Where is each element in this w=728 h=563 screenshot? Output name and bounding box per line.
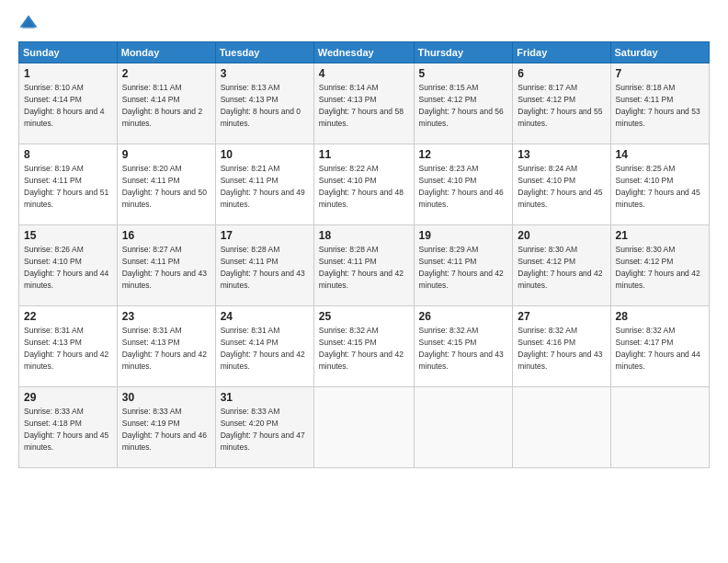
day-info: Sunrise: 8:31 AMSunset: 4:14 PMDaylight:… — [221, 326, 305, 371]
day-info: Sunrise: 8:31 AMSunset: 4:13 PMDaylight:… — [122, 326, 207, 371]
day-cell: 23Sunrise: 8:31 AMSunset: 4:13 PMDayligh… — [117, 306, 215, 387]
weekday-tuesday: Tuesday — [215, 42, 313, 63]
day-info: Sunrise: 8:32 AMSunset: 4:15 PMDaylight:… — [319, 326, 404, 371]
day-number: 4 — [319, 67, 409, 80]
header — [18, 14, 710, 34]
day-info: Sunrise: 8:14 AMSunset: 4:13 PMDaylight:… — [319, 83, 404, 128]
day-info: Sunrise: 8:15 AMSunset: 4:12 PMDaylight:… — [419, 83, 504, 128]
day-cell: 24Sunrise: 8:31 AMSunset: 4:14 PMDayligh… — [215, 306, 313, 387]
day-cell: 31Sunrise: 8:33 AMSunset: 4:20 PMDayligh… — [215, 387, 313, 468]
day-cell: 10Sunrise: 8:21 AMSunset: 4:11 PMDayligh… — [215, 144, 313, 225]
weekday-header-row: SundayMondayTuesdayWednesdayThursdayFrid… — [19, 42, 710, 63]
day-number: 9 — [122, 148, 210, 161]
day-cell: 5Sunrise: 8:15 AMSunset: 4:12 PMDaylight… — [414, 63, 513, 144]
day-info: Sunrise: 8:25 AMSunset: 4:10 PMDaylight:… — [616, 164, 700, 209]
day-info: Sunrise: 8:31 AMSunset: 4:13 PMDaylight:… — [24, 326, 108, 371]
day-number: 28 — [616, 310, 704, 323]
day-info: Sunrise: 8:26 AMSunset: 4:10 PMDaylight:… — [24, 245, 108, 290]
weekday-saturday: Saturday — [610, 42, 709, 63]
day-info: Sunrise: 8:24 AMSunset: 4:10 PMDaylight:… — [518, 164, 602, 209]
day-number: 6 — [518, 67, 605, 80]
day-cell — [414, 387, 513, 468]
weekday-thursday: Thursday — [414, 42, 513, 63]
weekday-monday: Monday — [117, 42, 215, 63]
day-cell: 22Sunrise: 8:31 AMSunset: 4:13 PMDayligh… — [19, 306, 118, 387]
day-cell: 14Sunrise: 8:25 AMSunset: 4:10 PMDayligh… — [610, 144, 709, 225]
day-cell: 6Sunrise: 8:17 AMSunset: 4:12 PMDaylight… — [513, 63, 610, 144]
day-info: Sunrise: 8:10 AMSunset: 4:14 PMDaylight:… — [24, 83, 104, 128]
day-cell: 21Sunrise: 8:30 AMSunset: 4:12 PMDayligh… — [610, 225, 709, 306]
day-number: 10 — [221, 148, 309, 161]
day-cell: 27Sunrise: 8:32 AMSunset: 4:16 PMDayligh… — [513, 306, 610, 387]
day-cell: 9Sunrise: 8:20 AMSunset: 4:11 PMDaylight… — [117, 144, 215, 225]
day-cell: 11Sunrise: 8:22 AMSunset: 4:10 PMDayligh… — [313, 144, 414, 225]
day-cell — [610, 387, 709, 468]
day-number: 15 — [24, 229, 112, 242]
day-number: 19 — [419, 229, 508, 242]
day-info: Sunrise: 8:33 AMSunset: 4:20 PMDaylight:… — [221, 407, 305, 452]
week-row-3: 15Sunrise: 8:26 AMSunset: 4:10 PMDayligh… — [19, 225, 710, 306]
day-number: 26 — [419, 310, 508, 323]
weekday-sunday: Sunday — [19, 42, 118, 63]
day-info: Sunrise: 8:17 AMSunset: 4:12 PMDaylight:… — [518, 83, 602, 128]
calendar: SundayMondayTuesdayWednesdayThursdayFrid… — [18, 41, 710, 468]
day-number: 11 — [319, 148, 409, 161]
day-cell — [313, 387, 414, 468]
day-info: Sunrise: 8:32 AMSunset: 4:15 PMDaylight:… — [419, 326, 504, 371]
weekday-wednesday: Wednesday — [313, 42, 414, 63]
day-number: 20 — [518, 229, 605, 242]
day-info: Sunrise: 8:28 AMSunset: 4:11 PMDaylight:… — [221, 245, 305, 290]
day-cell: 1Sunrise: 8:10 AMSunset: 4:14 PMDaylight… — [19, 63, 118, 144]
day-cell: 3Sunrise: 8:13 AMSunset: 4:13 PMDaylight… — [215, 63, 313, 144]
day-info: Sunrise: 8:11 AMSunset: 4:14 PMDaylight:… — [122, 83, 202, 128]
day-cell: 13Sunrise: 8:24 AMSunset: 4:10 PMDayligh… — [513, 144, 610, 225]
day-number: 18 — [319, 229, 409, 242]
day-number: 12 — [419, 148, 508, 161]
day-cell: 17Sunrise: 8:28 AMSunset: 4:11 PMDayligh… — [215, 225, 313, 306]
day-number: 3 — [221, 67, 309, 80]
day-number: 25 — [319, 310, 409, 323]
day-info: Sunrise: 8:21 AMSunset: 4:11 PMDaylight:… — [221, 164, 305, 209]
day-info: Sunrise: 8:23 AMSunset: 4:10 PMDaylight:… — [419, 164, 504, 209]
day-info: Sunrise: 8:19 AMSunset: 4:11 PMDaylight:… — [24, 164, 108, 209]
day-number: 1 — [24, 67, 112, 80]
logo — [18, 14, 42, 34]
day-info: Sunrise: 8:27 AMSunset: 4:11 PMDaylight:… — [122, 245, 207, 290]
day-number: 30 — [122, 391, 210, 404]
day-number: 23 — [122, 310, 210, 323]
day-cell: 28Sunrise: 8:32 AMSunset: 4:17 PMDayligh… — [610, 306, 709, 387]
day-number: 14 — [616, 148, 704, 161]
day-number: 5 — [419, 67, 508, 80]
day-info: Sunrise: 8:33 AMSunset: 4:19 PMDaylight:… — [122, 407, 207, 452]
day-info: Sunrise: 8:20 AMSunset: 4:11 PMDaylight:… — [122, 164, 207, 209]
day-cell: 29Sunrise: 8:33 AMSunset: 4:18 PMDayligh… — [19, 387, 118, 468]
day-cell: 20Sunrise: 8:30 AMSunset: 4:12 PMDayligh… — [513, 225, 610, 306]
day-number: 8 — [24, 148, 112, 161]
weekday-friday: Friday — [513, 42, 610, 63]
day-number: 29 — [24, 391, 112, 404]
day-number: 13 — [518, 148, 605, 161]
day-cell: 30Sunrise: 8:33 AMSunset: 4:19 PMDayligh… — [117, 387, 215, 468]
week-row-4: 22Sunrise: 8:31 AMSunset: 4:13 PMDayligh… — [19, 306, 710, 387]
day-info: Sunrise: 8:33 AMSunset: 4:18 PMDaylight:… — [24, 407, 108, 452]
day-info: Sunrise: 8:32 AMSunset: 4:17 PMDaylight:… — [616, 326, 700, 371]
day-cell — [513, 387, 610, 468]
day-number: 7 — [616, 67, 704, 80]
logo-icon — [18, 14, 39, 34]
week-row-1: 1Sunrise: 8:10 AMSunset: 4:14 PMDaylight… — [19, 63, 710, 144]
day-info: Sunrise: 8:22 AMSunset: 4:10 PMDaylight:… — [319, 164, 404, 209]
day-number: 24 — [221, 310, 309, 323]
day-number: 31 — [221, 391, 309, 404]
day-cell: 16Sunrise: 8:27 AMSunset: 4:11 PMDayligh… — [117, 225, 215, 306]
day-info: Sunrise: 8:28 AMSunset: 4:11 PMDaylight:… — [319, 245, 404, 290]
day-number: 27 — [518, 310, 605, 323]
day-info: Sunrise: 8:32 AMSunset: 4:16 PMDaylight:… — [518, 326, 602, 371]
day-info: Sunrise: 8:30 AMSunset: 4:12 PMDaylight:… — [616, 245, 700, 290]
week-row-5: 29Sunrise: 8:33 AMSunset: 4:18 PMDayligh… — [19, 387, 710, 468]
day-info: Sunrise: 8:29 AMSunset: 4:11 PMDaylight:… — [419, 245, 504, 290]
day-cell: 7Sunrise: 8:18 AMSunset: 4:11 PMDaylight… — [610, 63, 709, 144]
week-row-2: 8Sunrise: 8:19 AMSunset: 4:11 PMDaylight… — [19, 144, 710, 225]
day-cell: 18Sunrise: 8:28 AMSunset: 4:11 PMDayligh… — [313, 225, 414, 306]
day-number: 21 — [616, 229, 704, 242]
day-cell: 8Sunrise: 8:19 AMSunset: 4:11 PMDaylight… — [19, 144, 118, 225]
